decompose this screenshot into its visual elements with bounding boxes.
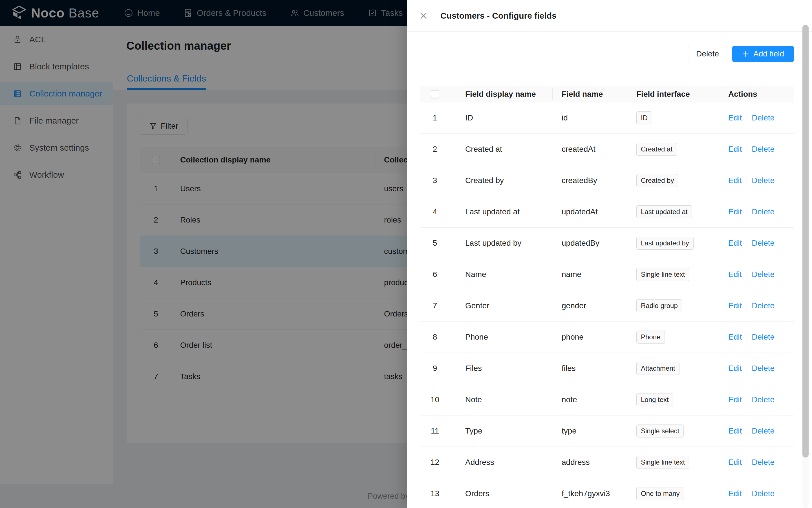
field-name: note [552, 395, 627, 404]
field-interface-tag: Radio group [636, 299, 682, 312]
delete-field-link[interactable]: Delete [752, 489, 774, 498]
field-interface-tag: Attachment [636, 362, 679, 375]
row-index: 10 [420, 395, 450, 404]
field-name: gender [552, 301, 627, 310]
edit-field-link[interactable]: Edit [728, 333, 742, 342]
field-name: createdBy [552, 176, 627, 185]
drawer-toolbar: Delete Add field [688, 46, 794, 62]
delete-field-link[interactable]: Delete [752, 207, 774, 216]
field-interface-tag: One to many [636, 487, 684, 500]
field-row: 8 Phone phone Phone EditDelete [420, 322, 794, 353]
action-divider [747, 490, 747, 497]
plus-icon [742, 50, 750, 57]
edit-field-link[interactable]: Edit [728, 489, 742, 498]
edit-field-link[interactable]: Edit [728, 458, 742, 467]
delete-fields-button[interactable]: Delete [688, 46, 727, 62]
field-row: 3 Created by createdBy Created by EditDe… [420, 165, 794, 196]
field-row: 1 ID id ID EditDelete [420, 102, 794, 134]
delete-field-link[interactable]: Delete [752, 145, 774, 154]
edit-field-link[interactable]: Edit [728, 145, 742, 154]
action-divider [747, 365, 747, 372]
fields-table: Field display name Field name Field inte… [420, 86, 794, 508]
delete-field-link[interactable]: Delete [752, 176, 774, 185]
field-name: files [552, 364, 627, 373]
row-index: 5 [420, 239, 450, 248]
edit-field-link[interactable]: Edit [728, 426, 742, 435]
field-row: 11 Type type Single select EditDelete [420, 416, 794, 447]
action-divider [747, 145, 747, 153]
add-field-button-label: Add field [753, 49, 784, 58]
field-interface-tag: Long text [636, 393, 673, 406]
delete-field-link[interactable]: Delete [752, 426, 774, 435]
field-name: updatedBy [552, 239, 627, 248]
app-screen: NocoBase Home Orde [0, 0, 812, 508]
configure-fields-drawer: Customers - Configure fields Delete Add … [407, 0, 812, 508]
edit-field-link[interactable]: Edit [728, 113, 742, 122]
action-divider [747, 208, 747, 215]
action-divider [747, 271, 747, 278]
drawer-scrollbar-thumb[interactable] [802, 25, 809, 458]
delete-field-link[interactable]: Delete [752, 395, 774, 404]
delete-field-link[interactable]: Delete [752, 458, 774, 467]
select-all-fields-checkbox[interactable] [431, 90, 439, 98]
field-name: name [552, 270, 627, 279]
field-display-name: Created by [450, 176, 552, 185]
drawer-scrollbar-track[interactable] [802, 24, 809, 508]
field-row: 9 Files files Attachment EditDelete [420, 353, 794, 384]
column-header-field-display-name: Field display name [450, 86, 552, 102]
delete-field-link[interactable]: Delete [752, 333, 774, 342]
field-row: 7 Genter gender Radio group EditDelete [420, 290, 794, 322]
add-field-button[interactable]: Add field [732, 46, 794, 62]
row-index: 6 [420, 270, 450, 279]
edit-field-link[interactable]: Edit [728, 270, 742, 279]
field-interface-tag: Single line text [636, 268, 689, 281]
field-row: 4 Last updated at updatedAt Last updated… [420, 196, 794, 228]
row-index: 13 [420, 489, 450, 498]
field-display-name: Last updated at [450, 207, 552, 216]
field-name: id [552, 113, 627, 122]
field-name: f_tkeh7gyxvi3 [552, 489, 627, 498]
field-row: 10 Note note Long text EditDelete [420, 384, 794, 416]
field-display-name: Files [450, 364, 552, 373]
column-header-field-name: Field name [552, 86, 627, 102]
field-name: address [552, 458, 627, 467]
field-row: 12 Address address Single line text Edit… [420, 447, 794, 478]
field-display-name: Address [450, 458, 552, 467]
edit-field-link[interactable]: Edit [728, 364, 742, 373]
field-interface-tag: ID [636, 112, 652, 124]
field-interface-tag: Created at [636, 143, 677, 156]
row-index: 8 [420, 333, 450, 342]
delete-field-link[interactable]: Delete [752, 239, 774, 248]
field-name: updatedAt [552, 207, 627, 216]
action-divider [747, 114, 747, 122]
field-name: phone [552, 333, 627, 342]
fields-table-header: Field display name Field name Field inte… [420, 86, 794, 102]
field-display-name: Type [450, 426, 552, 435]
field-display-name: ID [450, 113, 552, 122]
edit-field-link[interactable]: Edit [728, 301, 742, 310]
delete-field-link[interactable]: Delete [752, 113, 774, 122]
delete-field-link[interactable]: Delete [752, 364, 774, 373]
delete-field-link[interactable]: Delete [752, 301, 774, 310]
edit-field-link[interactable]: Edit [728, 176, 742, 185]
edit-field-link[interactable]: Edit [728, 207, 742, 216]
field-interface-tag: Created by [636, 174, 678, 187]
field-display-name: Last updated by [450, 239, 552, 248]
close-icon[interactable] [417, 10, 430, 22]
row-index: 7 [420, 301, 450, 310]
field-display-name: Orders [450, 489, 552, 498]
action-divider [747, 459, 747, 466]
edit-field-link[interactable]: Edit [728, 239, 742, 248]
field-name: type [552, 426, 627, 435]
row-index: 3 [420, 176, 450, 185]
field-interface-tag: Last updated at [636, 205, 692, 218]
field-row: 6 Name name Single line text EditDelete [420, 259, 794, 290]
drawer-title: Customers - Configure fields [440, 11, 556, 20]
field-row: 13 Orders f_tkeh7gyxvi3 One to many Edit… [420, 478, 794, 508]
action-divider [747, 333, 747, 341]
action-divider [747, 177, 747, 184]
field-interface-tag: Single select [636, 424, 684, 437]
row-index: 12 [420, 458, 450, 467]
delete-field-link[interactable]: Delete [752, 270, 774, 279]
edit-field-link[interactable]: Edit [728, 395, 742, 404]
